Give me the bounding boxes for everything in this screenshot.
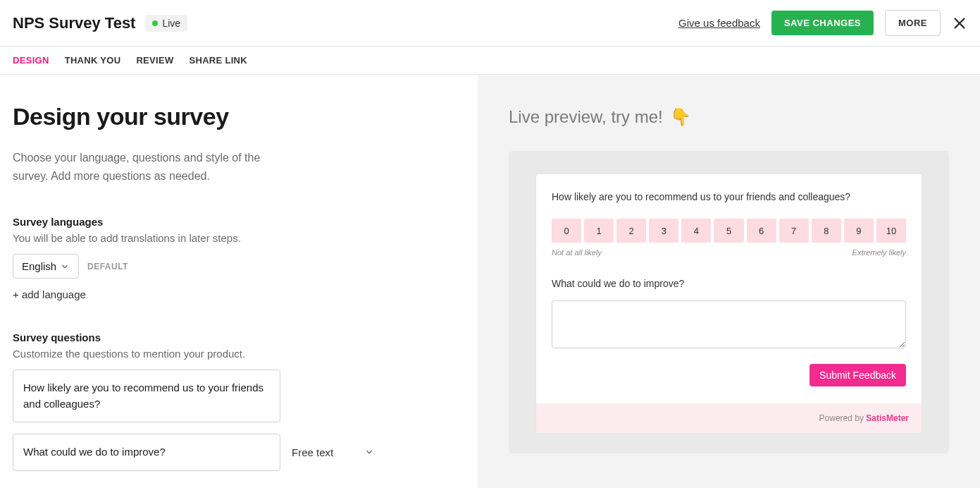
header-left: NPS Survey Test Live	[13, 14, 187, 32]
chevron-down-icon	[60, 262, 70, 272]
submit-feedback-button[interactable]: Submit Feedback	[810, 364, 906, 386]
pointing-down-icon: 👇	[670, 107, 691, 127]
tab-design[interactable]: DESIGN	[13, 55, 49, 66]
tabs: DESIGN THANK YOU REVIEW SHARE LINK	[0, 47, 980, 75]
tab-thank-you[interactable]: THANK YOU	[65, 55, 121, 66]
language-selected: English	[22, 260, 56, 272]
improve-textarea[interactable]	[552, 300, 906, 348]
questions-label: Survey questions	[13, 331, 465, 343]
tab-share-link[interactable]: SHARE LINK	[190, 55, 247, 66]
nps-scale: 0 1 2 3 4 5 6 7 8 9 10	[552, 219, 906, 243]
nps-low-label: Not at all likely	[552, 248, 602, 257]
question-text: How likely are you to recommend us to yo…	[23, 382, 263, 410]
nps-button-1[interactable]: 1	[584, 219, 614, 243]
question-row: What could we do to improve? Free text	[13, 434, 379, 471]
nps-high-label: Extremely likely	[852, 248, 906, 257]
page-title: NPS Survey Test	[13, 14, 135, 32]
preview-title: Live preview, try me! 👇	[509, 107, 949, 127]
nps-button-6[interactable]: 6	[747, 219, 776, 243]
nps-button-3[interactable]: 3	[649, 219, 678, 243]
main-split: Design your survey Choose your language,…	[0, 75, 980, 488]
languages-label: Survey languages	[13, 216, 465, 228]
nps-button-10[interactable]: 10	[876, 219, 906, 243]
nps-labels: Not at all likely Extremely likely	[552, 248, 906, 257]
submit-row: Submit Feedback	[552, 364, 906, 386]
languages-sub: You will be able to add translations in …	[13, 232, 465, 244]
nps-button-5[interactable]: 5	[714, 219, 743, 243]
questions-sub: Customize the questions to mention your …	[13, 348, 465, 360]
preview-q2: What could we do to improve?	[552, 278, 906, 289]
survey-widget-body: How likely are you to recommend us to yo…	[536, 174, 922, 403]
design-panel: Design your survey Choose your language,…	[0, 75, 478, 488]
design-heading: Design your survey	[13, 103, 465, 130]
preview-title-text: Live preview, try me!	[509, 107, 663, 127]
nps-button-0[interactable]: 0	[552, 219, 581, 243]
live-dot-icon	[152, 20, 158, 26]
design-lead: Choose your language, questions and styl…	[13, 149, 294, 185]
nps-button-9[interactable]: 9	[844, 219, 874, 243]
question-card[interactable]: What could we do to improve?	[13, 434, 280, 471]
more-button[interactable]: MORE	[885, 10, 941, 36]
chevron-down-icon	[364, 447, 374, 457]
question-type-select[interactable]: Free text	[292, 446, 374, 458]
nps-button-2[interactable]: 2	[616, 219, 646, 243]
survey-widget: How likely are you to recommend us to yo…	[535, 173, 922, 434]
question-card[interactable]: How likely are you to recommend us to yo…	[13, 370, 280, 422]
nps-button-8[interactable]: 8	[812, 219, 841, 243]
tab-review[interactable]: REVIEW	[136, 55, 173, 66]
language-select[interactable]: English	[13, 254, 79, 279]
header: NPS Survey Test Live Give us feedback SA…	[0, 0, 980, 47]
header-right: Give us feedback SAVE CHANGES MORE	[678, 10, 967, 36]
widget-footer: Powered by SatisMeter	[536, 403, 922, 433]
question-text: What could we do to improve?	[23, 446, 166, 458]
preview-outer: How likely are you to recommend us to yo…	[509, 151, 949, 453]
default-badge: DEFAULT	[87, 262, 128, 272]
preview-q1: How likely are you to recommend us to yo…	[552, 190, 906, 205]
close-icon[interactable]	[952, 16, 967, 31]
status-badge: Live	[145, 15, 187, 32]
language-row: English DEFAULT	[13, 254, 465, 279]
status-text: Live	[162, 18, 180, 29]
nps-button-7[interactable]: 7	[779, 219, 809, 243]
preview-panel: Live preview, try me! 👇 How likely are y…	[478, 75, 980, 488]
brand-link[interactable]: SatisMeter	[866, 413, 909, 423]
nps-button-4[interactable]: 4	[681, 219, 711, 243]
powered-prefix: Powered by	[819, 413, 867, 423]
question-type-label: Free text	[292, 446, 333, 458]
feedback-link[interactable]: Give us feedback	[678, 17, 760, 29]
save-button[interactable]: SAVE CHANGES	[771, 11, 874, 35]
add-language-link[interactable]: + add language	[13, 288, 86, 300]
